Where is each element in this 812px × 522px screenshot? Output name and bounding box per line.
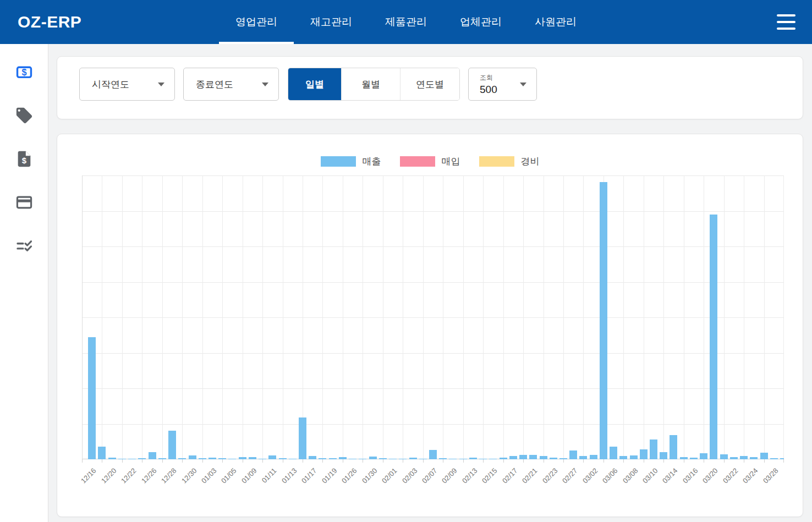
bar-매출-54 [630, 455, 638, 459]
bar-매출-58 [670, 435, 677, 459]
menu-hamburger-icon[interactable] [777, 14, 795, 30]
x-tick [724, 459, 725, 463]
bar-매출-21 [299, 417, 306, 459]
legend-swatch-expenses [479, 156, 514, 167]
x-tick [623, 459, 624, 463]
v-gridline [623, 175, 624, 459]
x-tick [322, 459, 323, 463]
nav-tab-products[interactable]: 제품관리 [369, 0, 443, 44]
x-tick [423, 459, 424, 463]
v-gridline [162, 175, 163, 459]
x-axis-label: 02/27 [561, 466, 579, 485]
x-axis-label: 03/08 [621, 466, 640, 485]
bar-chart-plot-area[interactable] [82, 175, 784, 459]
x-axis-label: 02/17 [501, 466, 519, 485]
bar-매출-50 [590, 455, 597, 459]
x-tick [704, 459, 704, 463]
h-gridline [82, 211, 784, 212]
chart-x-axis: 12/1612/2012/2212/2612/2812/3001/0301/05… [82, 459, 784, 503]
bar-매출-51 [600, 182, 607, 459]
legend-label-purchases: 매입 [442, 155, 460, 168]
toggle-daily[interactable]: 일별 [288, 68, 341, 100]
bar-매출-62 [710, 215, 717, 459]
h-gridline [82, 424, 784, 425]
v-gridline [262, 175, 263, 459]
end-year-label: 종료연도 [196, 78, 233, 91]
x-axis-label: 03/16 [681, 466, 700, 485]
x-axis-label: 03/22 [721, 466, 740, 485]
nav-tab-sales[interactable]: 영업관리 [219, 0, 294, 44]
x-axis-label: 12/30 [179, 466, 198, 485]
payment-dollar-icon[interactable]: $ [15, 63, 34, 81]
h-gridline [82, 246, 784, 247]
end-year-select[interactable]: 종료연도 [183, 68, 279, 101]
x-axis-label: 02/23 [541, 466, 559, 485]
bar-매출-34 [429, 450, 437, 459]
row-limit-select[interactable]: 조회 500 [468, 68, 537, 101]
x-axis-label: 01/19 [320, 466, 339, 485]
x-axis-label: 01/13 [280, 466, 299, 485]
x-axis-label: 12/16 [79, 466, 98, 485]
x-axis-label: 03/10 [641, 466, 660, 485]
nav-tab-inventory[interactable]: 재고관리 [294, 0, 369, 44]
nav-tab-employees[interactable]: 사원관리 [518, 0, 593, 44]
bar-매출-6 [149, 452, 156, 459]
x-tick [783, 459, 784, 463]
bar-매출-18 [268, 455, 276, 459]
toggle-monthly[interactable]: 월별 [341, 68, 400, 100]
x-tick [744, 459, 744, 463]
v-gridline [783, 175, 784, 459]
v-gridline [363, 175, 363, 459]
x-axis-label: 03/20 [701, 466, 720, 485]
x-tick [583, 459, 584, 463]
h-gridline [82, 317, 784, 318]
legend-item-purchases[interactable]: 매입 [400, 155, 460, 168]
v-gridline [704, 175, 704, 459]
x-tick [122, 459, 123, 463]
start-year-select[interactable]: 시작연도 [79, 68, 175, 101]
toggle-yearly[interactable]: 연도별 [400, 68, 459, 100]
x-tick [363, 459, 363, 463]
h-gridline [82, 353, 784, 354]
v-gridline [443, 175, 443, 459]
price-tag-icon[interactable] [15, 106, 34, 125]
x-axis-label: 02/07 [420, 466, 439, 485]
v-gridline [82, 175, 83, 459]
x-axis-label: 12/20 [100, 466, 118, 485]
v-gridline [303, 175, 303, 459]
icon-sidebar: $ $ [0, 44, 48, 522]
legend-label-expenses: 경비 [521, 155, 540, 168]
legend-item-expenses[interactable]: 경비 [479, 155, 540, 168]
checklist-icon[interactable] [15, 237, 34, 255]
bar-매출-1 [98, 447, 106, 459]
nav-tab-vendors[interactable]: 업체관리 [443, 0, 518, 44]
x-tick [443, 459, 443, 463]
credit-card-icon[interactable] [15, 193, 34, 212]
v-gridline [423, 175, 424, 459]
v-gridline [182, 175, 183, 459]
legend-swatch-sales [321, 156, 356, 167]
bar-매출-0 [88, 337, 96, 459]
bar-매출-44 [529, 455, 537, 459]
x-axis-label: 03/06 [601, 466, 619, 485]
x-axis-label: 01/03 [200, 466, 218, 485]
x-tick [684, 459, 684, 463]
legend-item-sales[interactable]: 매출 [321, 155, 381, 168]
v-gridline [544, 175, 544, 459]
x-axis-label: 02/13 [460, 466, 479, 485]
receipt-dollar-icon[interactable]: $ [15, 150, 34, 168]
v-gridline [563, 175, 564, 459]
v-gridline [503, 175, 504, 459]
chart-legend: 매출 매입 경비 [57, 155, 803, 168]
x-tick [262, 459, 263, 463]
bar-매출-57 [660, 452, 667, 459]
v-gridline [142, 175, 142, 459]
v-gridline [523, 175, 524, 459]
v-gridline [684, 175, 684, 459]
bar-매출-61 [700, 453, 707, 459]
bar-매출-55 [640, 449, 648, 459]
x-axis-label: 01/11 [260, 466, 278, 485]
x-axis-label: 12/26 [140, 466, 158, 485]
v-gridline [283, 175, 283, 459]
v-gridline [403, 175, 403, 459]
